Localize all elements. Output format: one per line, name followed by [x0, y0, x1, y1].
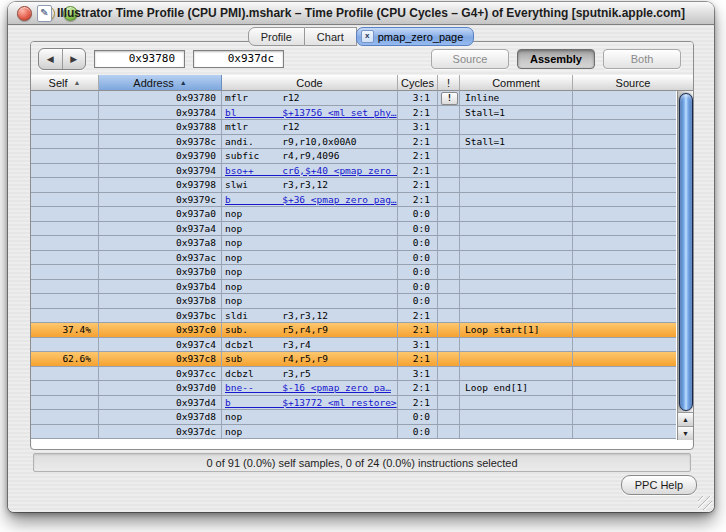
selection-status-text: 0 of 91 (0.0%) self samples, 0 of 24 (0.…: [206, 457, 517, 469]
table-row[interactable]: 0x93784bl $+13756 <ml_set_phy…2:1Stall=1: [31, 106, 676, 121]
branch-target-link[interactable]: bl $+13756 <ml_set_phy…: [225, 107, 397, 118]
cell-address: 0x93790: [99, 149, 222, 163]
browser-toolbar: ◀ ▶ Source Assembly Both: [31, 42, 693, 76]
resize-grip[interactable]: [698, 496, 712, 510]
table-row[interactable]: 0x937b0nop0:0: [31, 265, 676, 280]
vertical-scrollbar[interactable]: ▲ ▼: [677, 91, 692, 440]
assembly-view-button[interactable]: Assembly: [517, 49, 595, 69]
table-row[interactable]: 0x937dcnop0:0: [31, 425, 676, 440]
table-row[interactable]: 0x93794bso++ cr6,$+40 <pmap_zero_…2:1: [31, 164, 676, 179]
cell-exception: [438, 309, 460, 323]
cell-cycles: 0:0: [398, 236, 438, 250]
table-row[interactable]: 62.6%0x937c8sub r4,r5,r92:1: [31, 352, 676, 367]
table-row[interactable]: 0x93788mtlr r123:1: [31, 120, 676, 135]
column-label: Self: [49, 77, 68, 89]
cell-exception: [438, 135, 460, 149]
cell-self: [31, 396, 99, 410]
cell-comment: [460, 207, 573, 221]
cell-address: 0x937cc: [99, 367, 222, 381]
cell-address: 0x937d8: [99, 410, 222, 424]
back-button[interactable]: ◀: [39, 49, 63, 69]
cell-code: sub r4,r5,r9: [222, 352, 398, 366]
minimize-window-button[interactable]: [40, 6, 55, 21]
column-header-self[interactable]: Self ▲: [31, 75, 99, 91]
cell-address: 0x93780: [99, 91, 222, 105]
close-window-button[interactable]: [17, 6, 32, 21]
cell-self: [31, 91, 99, 105]
cell-self: [31, 338, 99, 352]
table-row[interactable]: 0x937a8nop0:0: [31, 236, 676, 251]
cell-address: 0x93784: [99, 106, 222, 120]
cell-code: nop: [222, 222, 398, 236]
column-header-address[interactable]: Address ▲: [99, 75, 222, 91]
table-row[interactable]: 0x937d8nop0:0: [31, 410, 676, 425]
scroll-up-icon: ▲: [682, 416, 689, 423]
ppc-help-button[interactable]: PPC Help: [621, 475, 697, 495]
table-row[interactable]: 0x937ccdcbzl r3,r53:1: [31, 367, 676, 382]
cell-cycles: 0:0: [398, 294, 438, 308]
cell-source: [573, 222, 676, 236]
cell-cycles: 0:0: [398, 265, 438, 279]
cell-exception: [438, 207, 460, 221]
table-row[interactable]: 0x937c4dcbzl r3,r43:1: [31, 338, 676, 353]
tab-profile[interactable]: Profile: [248, 27, 305, 46]
table-row[interactable]: 0x937acnop0:0: [31, 251, 676, 266]
cell-source: [573, 323, 676, 337]
table-row[interactable]: 0x937a0nop0:0: [31, 207, 676, 222]
assembly-browser-panel: ◀ ▶ Source Assembly Both Self ▲ Address: [30, 41, 694, 450]
cell-source: [573, 309, 676, 323]
table-row[interactable]: 0x93780mflr r123:1!Inline: [31, 91, 676, 106]
table-row[interactable]: 0x937d4b $+13772 <ml_restore>2:1: [31, 396, 676, 411]
branch-target-link[interactable]: bso++ cr6,$+40 <pmap_zero_…: [225, 165, 398, 176]
column-header-source[interactable]: Source: [573, 75, 693, 91]
table-row[interactable]: 0x937a4nop0:0: [31, 222, 676, 237]
table-row[interactable]: 0x937d0bne-- $-16 <pmap_zero_pa…2:1Loop …: [31, 381, 676, 396]
table-row[interactable]: 0x93790subfic r4,r9,40962:1: [31, 149, 676, 164]
cell-address: 0x93788: [99, 120, 222, 134]
end-address-field[interactable]: [193, 50, 284, 68]
cell-self: [31, 149, 99, 163]
branch-target-link[interactable]: b $+36 <pmap_zero_pag…: [225, 194, 397, 205]
branch-target-link[interactable]: bne-- $-16 <pmap_zero_pa…: [225, 382, 391, 393]
window-title: Illustrator Time Profile (CPU PMI).mshar…: [57, 6, 685, 20]
column-header-code[interactable]: Code: [222, 75, 398, 91]
cell-address: 0x937d4: [99, 396, 222, 410]
cell-source: [573, 251, 676, 265]
cell-self: [31, 193, 99, 207]
source-view-button[interactable]: Source: [431, 49, 509, 69]
tab-pmap-zero-page[interactable]: x pmap_zero_page: [356, 27, 475, 46]
back-icon: ◀: [47, 54, 54, 64]
start-address-field[interactable]: [94, 50, 185, 68]
table-row[interactable]: 0x937bcsldi r3,r3,122:1: [31, 309, 676, 324]
tab-chart[interactable]: Chart: [305, 27, 357, 46]
table-row[interactable]: 0x9378candi. r9,r10,0x00A02:1Stall=1: [31, 135, 676, 150]
scroll-down-button[interactable]: ▼: [678, 426, 693, 440]
cell-comment: [460, 193, 573, 207]
zoom-window-button[interactable]: [63, 6, 78, 21]
cell-code: bne-- $-16 <pmap_zero_pa…: [222, 381, 398, 395]
cell-comment: [460, 236, 573, 250]
branch-target-link[interactable]: b $+13772 <ml_restore>: [225, 397, 397, 408]
cell-exception: [438, 294, 460, 308]
exception-badge[interactable]: !: [441, 92, 458, 105]
both-view-button[interactable]: Both: [603, 49, 681, 69]
close-tab-icon[interactable]: x: [361, 30, 374, 43]
column-header-cycles[interactable]: Cycles: [398, 75, 438, 91]
cell-code: andi. r9,r10,0x00A0: [222, 135, 398, 149]
forward-button[interactable]: ▶: [63, 49, 86, 69]
cell-self: [31, 222, 99, 236]
scroll-up-button[interactable]: ▲: [678, 412, 693, 426]
column-header-exception[interactable]: !: [438, 75, 460, 91]
table-row[interactable]: 0x937b4nop0:0: [31, 280, 676, 295]
column-header-comment[interactable]: Comment: [460, 75, 573, 91]
tab-label: pmap_zero_page: [378, 31, 464, 43]
cell-code: nop: [222, 410, 398, 424]
table-row[interactable]: 37.4%0x937c0sub. r5,r4,r92:1Loop start[1…: [31, 323, 676, 338]
cell-cycles: 0:0: [398, 280, 438, 294]
cell-cycles: 2:1: [398, 106, 438, 120]
table-row[interactable]: 0x9379cb $+36 <pmap_zero_pag…2:1: [31, 193, 676, 208]
title-bar[interactable]: ✎ Illustrator Time Profile (CPU PMI).msh…: [8, 2, 714, 25]
scrollbar-thumb[interactable]: [679, 93, 693, 411]
table-row[interactable]: 0x937b8nop0:0: [31, 294, 676, 309]
table-row[interactable]: 0x93798slwi r3,r3,122:1: [31, 178, 676, 193]
